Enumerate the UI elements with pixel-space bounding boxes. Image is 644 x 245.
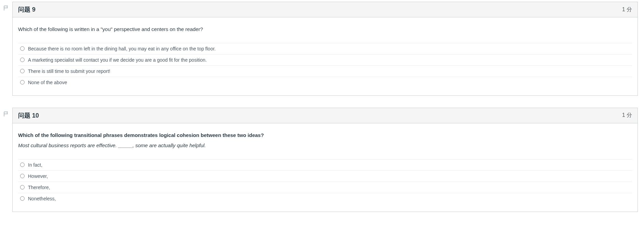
answer-label: In fact, xyxy=(28,162,629,168)
question-subtext: Most cultural business reports are effec… xyxy=(18,142,632,150)
answer-radio[interactable] xyxy=(20,46,25,51)
answer-label: Nonetheless, xyxy=(28,196,629,201)
answer-label: However, xyxy=(28,173,629,179)
answer-row[interactable]: Because there is no room left in the din… xyxy=(18,43,632,55)
answer-radio[interactable] xyxy=(20,80,25,85)
answer-row[interactable]: However, xyxy=(18,171,632,182)
answer-label: There is still time to submit your repor… xyxy=(28,68,629,74)
answer-label: None of the above xyxy=(28,80,629,85)
question-body: Which of the following transitional phra… xyxy=(13,123,638,212)
flag-column xyxy=(0,2,12,96)
question-body: Which of the following is written in a "… xyxy=(13,17,638,95)
answer-row[interactable]: None of the above xyxy=(18,77,632,88)
question-header: 问题 9 1 分 xyxy=(13,2,638,17)
flag-column xyxy=(0,108,12,212)
answer-label: Therefore, xyxy=(28,185,629,190)
answer-radio[interactable] xyxy=(20,196,25,201)
question-header: 问题 10 1 分 xyxy=(13,108,638,123)
answer-label: Because there is no room left in the din… xyxy=(28,46,629,51)
answer-row[interactable]: There is still time to submit your repor… xyxy=(18,66,632,77)
answer-row[interactable]: Therefore, xyxy=(18,182,632,193)
answer-row[interactable]: In fact, xyxy=(18,159,632,171)
question-block: 问题 9 1 分 Which of the following is writt… xyxy=(0,2,644,96)
answer-label: A marketing specialist will contact you … xyxy=(28,57,629,63)
answer-list: Because there is no room left in the din… xyxy=(18,43,632,88)
answer-radio[interactable] xyxy=(20,69,25,73)
question-block: 问题 10 1 分 Which of the following transit… xyxy=(0,108,644,212)
question-points: 1 分 xyxy=(622,6,632,13)
question-card: 问题 10 1 分 Which of the following transit… xyxy=(12,108,638,212)
question-prompt: Which of the following transitional phra… xyxy=(18,132,632,139)
answer-row[interactable]: A marketing specialist will contact you … xyxy=(18,55,632,66)
question-card: 问题 9 1 分 Which of the following is writt… xyxy=(12,2,638,96)
answer-list: In fact, However, Therefore, Nonetheless… xyxy=(18,159,632,204)
answer-radio[interactable] xyxy=(20,174,25,178)
question-title: 问题 9 xyxy=(18,5,35,14)
answer-radio[interactable] xyxy=(20,58,25,62)
flag-icon[interactable] xyxy=(3,111,9,117)
question-points: 1 分 xyxy=(622,112,632,119)
answer-radio[interactable] xyxy=(20,185,25,189)
question-prompt: Which of the following is written in a "… xyxy=(18,26,632,33)
question-title: 问题 10 xyxy=(18,111,39,120)
answer-radio[interactable] xyxy=(20,163,25,167)
answer-row[interactable]: Nonetheless, xyxy=(18,193,632,204)
flag-icon[interactable] xyxy=(3,5,9,11)
